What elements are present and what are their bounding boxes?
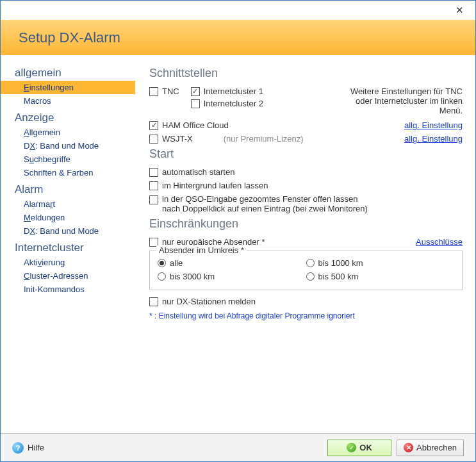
radiogroup-absender-umkreis: Absender im Umkreis * alle bis 1000 km b…: [149, 251, 463, 290]
sidebar-item-dx-band-mode-2[interactable]: DX: Band und Mode: [1, 224, 135, 238]
radio-500km[interactable]: bis 500 km: [306, 272, 455, 281]
sidebar-item-suchbegriffe[interactable]: Suchbegriffe: [1, 153, 135, 166]
sidebar-group-internetcluster: Internetcluster: [1, 238, 135, 256]
sidebar-group-allgemein: allgemein: [1, 63, 135, 81]
help-icon[interactable]: ?: [12, 442, 24, 454]
sidebar-group-alarm: Alarm: [1, 179, 135, 197]
wsjt-note: (nur Premium-Lizenz): [224, 134, 304, 144]
sidebar-item-meldungen[interactable]: Meldungen: [1, 211, 135, 224]
section-schnittstellen: Schnittstellen: [149, 67, 463, 80]
checkbox-nur-dx[interactable]: nur DX-Stationen melden: [149, 297, 256, 306]
radiogroup-legend: Absender im Umkreis *: [156, 245, 247, 255]
section-start: Start: [149, 147, 463, 161]
checkbox-internetcluster-1[interactable]: Internetcluster 1: [191, 87, 263, 96]
cancel-button[interactable]: ✕ Abbrechen: [397, 440, 464, 456]
radio-3000km[interactable]: bis 3000 km: [158, 272, 306, 281]
section-einschraenkungen: Einschränkungen: [149, 217, 463, 231]
sidebar-item-cluster-adressen[interactable]: Cluster-Adressen: [1, 269, 135, 283]
sidebar: allgemein Einstellungen Macros Anzeige A…: [1, 55, 135, 433]
checkbox-qso-zoom[interactable]: in der QSO-Eingabe gezoomtes Fenster off…: [149, 194, 368, 213]
titlebar: ✕: [1, 1, 475, 20]
checkbox-hintergrund[interactable]: im Hintergrund laufen lassen: [149, 181, 268, 190]
sidebar-item-aktivierung[interactable]: Aktivierung: [1, 256, 135, 269]
sidebar-group-anzeige: Anzeige: [1, 108, 135, 126]
footer: ? Hilfe ✓ OK ✕ Abbrechen: [1, 433, 475, 461]
checkbox-auto-start[interactable]: automatisch starten: [149, 167, 234, 177]
checkbox-wsjt-x[interactable]: WSJT-X: [149, 134, 193, 144]
radio-1000km[interactable]: bis 1000 km: [306, 258, 455, 268]
sidebar-item-allgemein[interactable]: Allgemein: [1, 126, 135, 139]
sidebar-item-macros[interactable]: Macros: [1, 94, 135, 108]
check-icon: ✓: [347, 443, 356, 452]
content: Schnittstellen TNC Internetcluster 1 Int…: [135, 55, 475, 433]
link-allg-einstellung-ham[interactable]: allg. Einstellung: [404, 120, 463, 130]
radio-alle[interactable]: alle: [158, 258, 306, 268]
help-link[interactable]: Hilfe: [28, 443, 44, 452]
cancel-icon: ✕: [404, 443, 413, 452]
footnote: * : Einstellung wird bei Abfrage digital…: [149, 311, 463, 320]
sidebar-item-alarmart[interactable]: Alarmart: [1, 197, 135, 211]
sidebar-item-einstellungen[interactable]: Einstellungen: [1, 81, 135, 94]
schnittstellen-hint: Weitere Einstellungen für TNC oder Inter…: [334, 87, 463, 115]
checkbox-tnc[interactable]: TNC: [149, 87, 179, 96]
sidebar-item-dx-band-mode[interactable]: DX: Band und Mode: [1, 139, 135, 153]
sidebar-item-init-kommandos[interactable]: Init-Kommandos: [1, 283, 135, 296]
header: Setup DX-Alarm: [1, 20, 475, 55]
close-icon[interactable]: ✕: [450, 1, 469, 20]
checkbox-ham-office-cloud[interactable]: HAM Office Cloud: [149, 120, 229, 130]
sidebar-item-schriften-farben[interactable]: Schriften & Farben: [1, 166, 135, 179]
checkbox-internetcluster-2[interactable]: Internetcluster 2: [191, 99, 263, 108]
link-ausschluesse[interactable]: Ausschlüsse: [416, 237, 463, 247]
page-title: Setup DX-Alarm: [19, 29, 120, 46]
ok-button[interactable]: ✓ OK: [327, 440, 391, 456]
link-allg-einstellung-wsjt[interactable]: allg. Einstellung: [404, 134, 463, 144]
